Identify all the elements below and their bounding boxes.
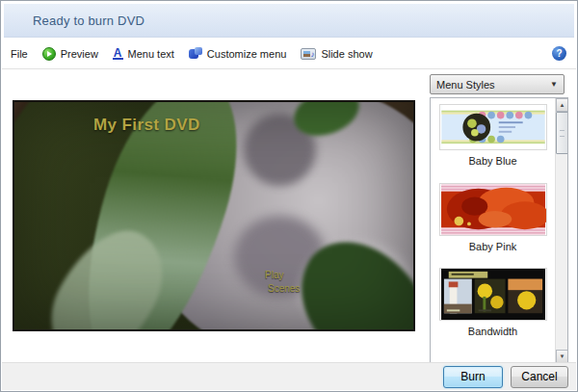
play-preview-icon [42, 47, 56, 61]
wizard-header: Ready to burn DVD [4, 4, 574, 38]
style-thumbnail-bandwidth [439, 268, 547, 321]
dvd-menu-title: My First DVD [93, 116, 200, 135]
styles-scrollbar[interactable]: ▲ ▼ [555, 98, 567, 363]
preview-label: Preview [61, 48, 98, 60]
slide-show-button[interactable]: ♪ Slide show [295, 44, 378, 64]
menu-text-button[interactable]: A Menu text [107, 44, 180, 64]
dvd-menu-scenes-link[interactable]: Scenes [268, 283, 300, 294]
menu-text-label: Menu text [128, 48, 174, 60]
footer-bar: Burn Cancel [2, 362, 576, 390]
style-thumbnail-baby-pink [439, 183, 547, 236]
customize-icon [189, 47, 202, 60]
preview-button[interactable]: Preview [37, 43, 104, 65]
file-menu-button[interactable]: File [5, 44, 34, 64]
chevron-down-icon: ▼ [550, 80, 558, 89]
style-item-bandwidth[interactable]: Bandwidth [431, 252, 555, 337]
customize-menu-label: Customize menu [207, 48, 287, 60]
scroll-down-icon[interactable]: ▼ [556, 350, 568, 363]
scrollbar-thumb[interactable] [556, 112, 568, 154]
burn-button[interactable]: Burn [443, 366, 503, 388]
scroll-up-icon[interactable]: ▲ [556, 98, 568, 112]
slide-show-label: Slide show [321, 48, 372, 60]
menu-styles-dropdown[interactable]: Menu Styles ▼ [430, 74, 565, 94]
dvd-maker-window: Ready to burn DVD File Preview A Menu te… [0, 0, 578, 392]
dvd-menu-play-link[interactable]: Play [265, 270, 283, 280]
style-item-baby-blue[interactable]: Baby Blue [431, 98, 555, 167]
text-format-icon: A [113, 48, 123, 60]
style-label: Bandwidth [431, 326, 555, 337]
style-label: Baby Pink [431, 241, 555, 252]
cancel-button[interactable]: Cancel [511, 366, 568, 388]
page-title: Ready to burn DVD [33, 13, 144, 28]
vignette-overlay [14, 102, 413, 329]
toolbar: File Preview A Menu text Customize menu … [2, 39, 576, 69]
menu-styles-list: Baby Blue [430, 97, 568, 364]
file-menu-label: File [11, 48, 28, 60]
customize-menu-button[interactable]: Customize menu [183, 43, 293, 64]
help-icon[interactable]: ? [552, 46, 566, 61]
dvd-menu-preview: My First DVD Play Scenes [13, 100, 415, 331]
koala-photo [14, 102, 413, 329]
style-label: Baby Blue [431, 155, 555, 167]
style-thumbnail-baby-blue [439, 104, 547, 150]
menu-styles-dropdown-label: Menu Styles [436, 79, 550, 91]
slide-show-icon: ♪ [301, 48, 316, 60]
style-item-baby-pink[interactable]: Baby Pink [431, 167, 555, 252]
